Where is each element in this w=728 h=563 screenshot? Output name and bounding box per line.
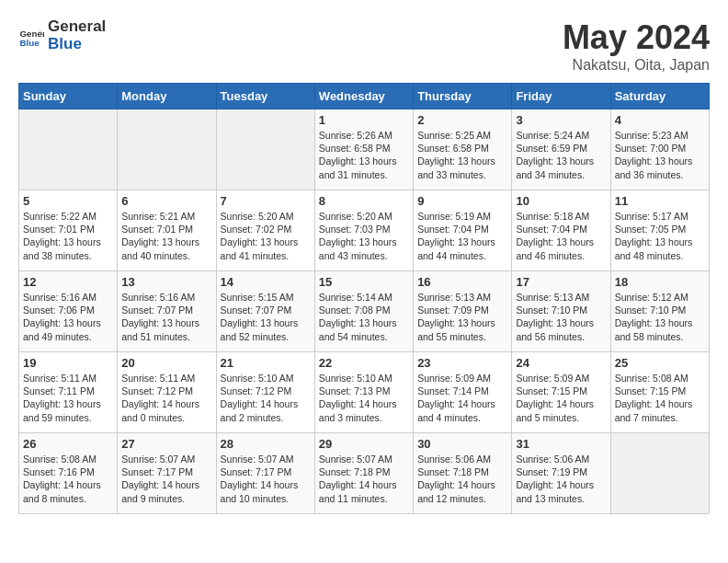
logo-icon: General Blue (18, 23, 44, 49)
week-row-1: 1Sunrise: 5:26 AMSunset: 6:58 PMDaylight… (19, 109, 710, 190)
header-cell-tuesday: Tuesday (216, 84, 314, 109)
day-cell: 15Sunrise: 5:14 AMSunset: 7:08 PMDayligh… (314, 271, 413, 352)
day-info-line: Sunset: 6:58 PM (319, 142, 409, 155)
day-info-line: Sunrise: 5:24 AM (516, 129, 606, 142)
day-cell: 2Sunrise: 5:25 AMSunset: 6:58 PMDaylight… (414, 109, 512, 190)
day-number: 18 (615, 275, 705, 289)
header-row: SundayMondayTuesdayWednesdayThursdayFrid… (19, 84, 710, 109)
day-info-line: Daylight: 14 hours and 13 minutes. (516, 478, 606, 504)
day-info-line: Sunrise: 5:17 AM (615, 210, 705, 223)
day-info-line: Sunrise: 5:16 AM (121, 291, 211, 304)
day-number: 12 (23, 275, 113, 289)
day-info-line: Sunrise: 5:25 AM (417, 129, 507, 142)
day-info-line: Sunrise: 5:23 AM (615, 129, 705, 142)
day-number: 10 (516, 194, 606, 208)
day-cell: 20Sunrise: 5:11 AMSunset: 7:12 PMDayligh… (118, 352, 216, 433)
day-info-line: Sunset: 7:14 PM (417, 385, 507, 397)
day-info-line: Daylight: 13 hours and 38 minutes. (23, 236, 113, 261)
day-cell: 10Sunrise: 5:18 AMSunset: 7:04 PMDayligh… (512, 190, 610, 271)
day-number: 9 (417, 194, 507, 208)
day-info-line: Sunset: 7:04 PM (417, 223, 507, 236)
header-cell-sunday: Sunday (19, 84, 118, 109)
day-info-line: Sunrise: 5:07 AM (121, 453, 211, 465)
day-number: 2 (417, 113, 507, 127)
logo-blue-text: Blue (48, 36, 106, 53)
day-cell: 8Sunrise: 5:20 AMSunset: 7:03 PMDaylight… (314, 190, 413, 271)
day-info-line: Sunrise: 5:07 AM (319, 453, 409, 465)
day-info-line: Daylight: 13 hours and 52 minutes. (221, 316, 311, 342)
day-number: 1 (319, 113, 409, 127)
day-info-line: Daylight: 14 hours and 2 minutes. (221, 397, 311, 423)
day-info-line: Sunrise: 5:11 AM (121, 372, 211, 385)
day-number: 6 (121, 194, 211, 208)
page-header: General Blue General Blue May 2024 Nakat… (18, 18, 710, 74)
day-cell: 28Sunrise: 5:07 AMSunset: 7:17 PMDayligh… (216, 433, 314, 514)
day-cell: 6Sunrise: 5:21 AMSunset: 7:01 PMDaylight… (118, 190, 216, 271)
day-cell: 24Sunrise: 5:09 AMSunset: 7:15 PMDayligh… (512, 352, 610, 433)
day-info-line: Sunrise: 5:11 AM (23, 372, 113, 385)
week-row-5: 26Sunrise: 5:08 AMSunset: 7:16 PMDayligh… (19, 433, 710, 514)
day-number: 22 (319, 356, 409, 370)
day-cell: 5Sunrise: 5:22 AMSunset: 7:01 PMDaylight… (19, 190, 118, 271)
day-cell: 11Sunrise: 5:17 AMSunset: 7:05 PMDayligh… (610, 190, 709, 271)
day-info-line: Sunrise: 5:10 AM (221, 372, 311, 385)
day-number: 16 (417, 275, 507, 289)
day-cell: 7Sunrise: 5:20 AMSunset: 7:02 PMDaylight… (216, 190, 314, 271)
day-cell: 4Sunrise: 5:23 AMSunset: 7:00 PMDaylight… (610, 109, 709, 190)
day-cell: 23Sunrise: 5:09 AMSunset: 7:14 PMDayligh… (414, 352, 512, 433)
day-info-line: Sunset: 6:58 PM (417, 142, 507, 155)
day-number: 27 (121, 437, 211, 451)
day-info-line: Daylight: 14 hours and 11 minutes. (319, 478, 409, 504)
day-info-line: Daylight: 14 hours and 5 minutes. (516, 397, 606, 423)
day-info-line: Sunrise: 5:20 AM (221, 210, 311, 223)
day-info-line: Daylight: 13 hours and 34 minutes. (516, 155, 606, 180)
day-number: 29 (319, 437, 409, 451)
day-info-line: Sunset: 7:01 PM (23, 223, 113, 236)
day-number: 14 (221, 275, 311, 289)
header-cell-wednesday: Wednesday (314, 84, 413, 109)
calendar-title: May 2024 (563, 18, 710, 57)
day-number: 5 (23, 194, 113, 208)
day-info-line: Sunset: 7:17 PM (121, 465, 211, 478)
day-info-line: Sunset: 7:17 PM (221, 465, 311, 478)
day-cell: 30Sunrise: 5:06 AMSunset: 7:18 PMDayligh… (414, 433, 512, 514)
day-info-line: Sunset: 7:10 PM (615, 304, 705, 316)
day-info-line: Daylight: 13 hours and 33 minutes. (417, 155, 507, 180)
day-info-line: Sunrise: 5:19 AM (417, 210, 507, 223)
day-cell: 21Sunrise: 5:10 AMSunset: 7:12 PMDayligh… (216, 352, 314, 433)
day-cell: 3Sunrise: 5:24 AMSunset: 6:59 PMDaylight… (512, 109, 610, 190)
day-number: 7 (221, 194, 311, 208)
day-cell: 12Sunrise: 5:16 AMSunset: 7:06 PMDayligh… (19, 271, 118, 352)
day-info-line: Daylight: 14 hours and 8 minutes. (23, 478, 113, 504)
day-info-line: Sunrise: 5:09 AM (417, 372, 507, 385)
day-number: 25 (615, 356, 705, 370)
day-info-line: Daylight: 13 hours and 51 minutes. (121, 316, 211, 342)
day-cell: 31Sunrise: 5:06 AMSunset: 7:19 PMDayligh… (512, 433, 610, 514)
title-block: May 2024 Nakatsu, Oita, Japan (563, 18, 710, 74)
day-number: 17 (516, 275, 606, 289)
calendar-body: 1Sunrise: 5:26 AMSunset: 6:58 PMDaylight… (19, 109, 710, 514)
day-info-line: Sunrise: 5:08 AM (615, 372, 705, 385)
day-info-line: Sunrise: 5:14 AM (319, 291, 409, 304)
day-cell: 9Sunrise: 5:19 AMSunset: 7:04 PMDaylight… (414, 190, 512, 271)
day-info-line: Sunrise: 5:16 AM (23, 291, 113, 304)
day-info-line: Daylight: 13 hours and 36 minutes. (615, 155, 705, 180)
day-info-line: Sunset: 7:05 PM (615, 223, 705, 236)
day-info-line: Sunset: 7:16 PM (23, 465, 113, 478)
day-cell: 1Sunrise: 5:26 AMSunset: 6:58 PMDaylight… (314, 109, 413, 190)
day-info-line: Sunset: 7:19 PM (516, 465, 606, 478)
day-info-line: Daylight: 13 hours and 58 minutes. (615, 316, 705, 342)
day-info-line: Daylight: 13 hours and 41 minutes. (221, 236, 311, 261)
day-info-line: Sunrise: 5:08 AM (23, 453, 113, 465)
day-info-line: Sunrise: 5:21 AM (121, 210, 211, 223)
svg-text:Blue: Blue (19, 38, 40, 48)
day-cell: 19Sunrise: 5:11 AMSunset: 7:11 PMDayligh… (19, 352, 118, 433)
day-info-line: Daylight: 14 hours and 3 minutes. (319, 397, 409, 423)
day-info-line: Sunset: 7:12 PM (221, 385, 311, 397)
day-info-line: Sunrise: 5:13 AM (516, 291, 606, 304)
day-cell: 17Sunrise: 5:13 AMSunset: 7:10 PMDayligh… (512, 271, 610, 352)
day-cell (216, 109, 314, 190)
day-info-line: Daylight: 13 hours and 48 minutes. (615, 236, 705, 261)
day-cell: 22Sunrise: 5:10 AMSunset: 7:13 PMDayligh… (314, 352, 413, 433)
day-cell: 25Sunrise: 5:08 AMSunset: 7:15 PMDayligh… (610, 352, 709, 433)
